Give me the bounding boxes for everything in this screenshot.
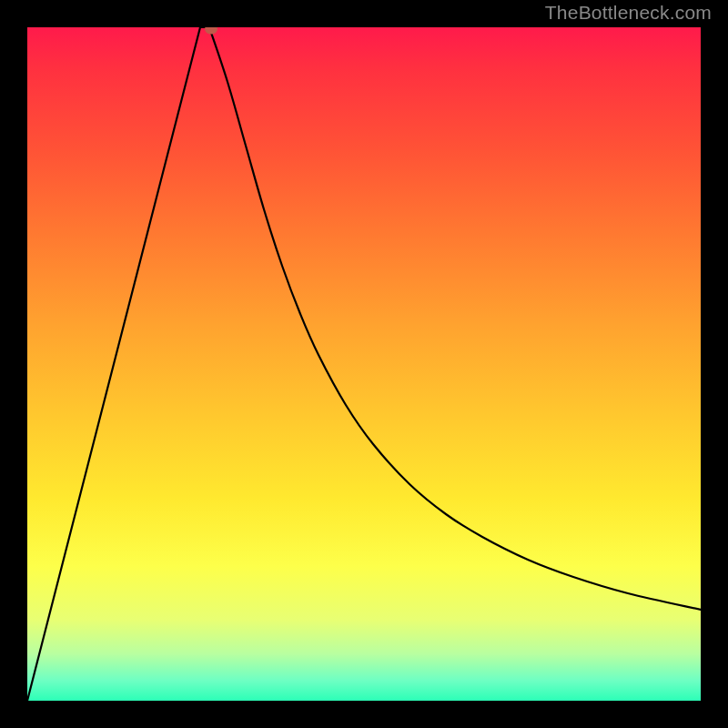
curve-svg [27, 27, 701, 701]
chart-frame: TheBottleneck.com [0, 0, 728, 728]
plot-area [27, 27, 701, 701]
watermark-text: TheBottleneck.com [545, 2, 712, 24]
curve-path [27, 27, 701, 701]
